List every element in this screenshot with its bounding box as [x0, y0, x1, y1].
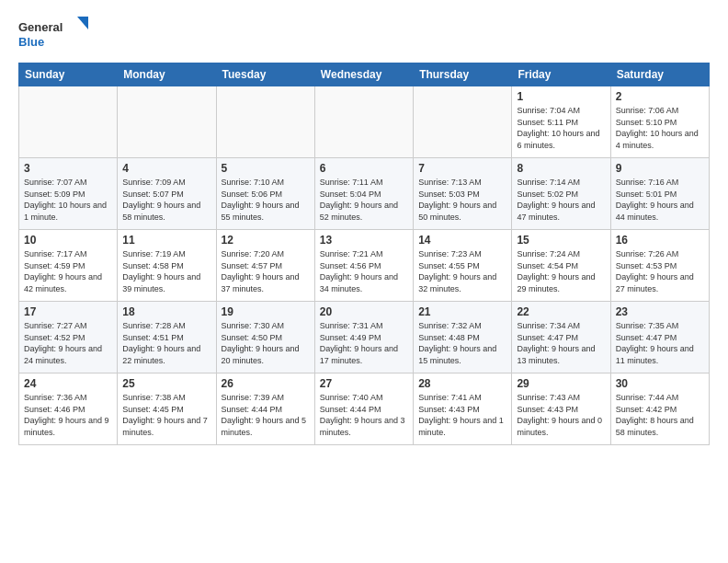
day-info: Sunrise: 7:38 AM Sunset: 4:45 PM Dayligh… — [122, 392, 210, 438]
day-info: Sunrise: 7:13 AM Sunset: 5:03 PM Dayligh… — [418, 177, 506, 223]
calendar-cell — [118, 86, 216, 158]
calendar-cell: 11Sunrise: 7:19 AM Sunset: 4:58 PM Dayli… — [118, 230, 216, 302]
calendar-cell: 30Sunrise: 7:44 AM Sunset: 4:42 PM Dayli… — [610, 373, 709, 445]
day-number: 23 — [616, 305, 704, 318]
day-number: 14 — [418, 234, 506, 247]
day-number: 17 — [24, 305, 112, 318]
day-number: 20 — [320, 305, 408, 318]
weekday-header-tuesday: Tuesday — [216, 63, 314, 86]
day-info: Sunrise: 7:07 AM Sunset: 5:09 PM Dayligh… — [24, 177, 112, 223]
day-number: 7 — [418, 162, 506, 175]
calendar-cell: 25Sunrise: 7:38 AM Sunset: 4:45 PM Dayli… — [118, 373, 216, 445]
calendar-cell: 17Sunrise: 7:27 AM Sunset: 4:52 PM Dayli… — [19, 302, 118, 373]
day-number: 18 — [122, 305, 210, 318]
logo: General Blue — [18, 15, 92, 55]
day-info: Sunrise: 7:43 AM Sunset: 4:43 PM Dayligh… — [517, 392, 605, 438]
day-number: 24 — [24, 377, 112, 390]
svg-text:Blue: Blue — [18, 35, 44, 49]
day-info: Sunrise: 7:04 AM Sunset: 5:11 PM Dayligh… — [517, 105, 605, 151]
day-number: 26 — [222, 377, 310, 390]
calendar-cell: 28Sunrise: 7:41 AM Sunset: 4:43 PM Dayli… — [414, 373, 512, 445]
day-info: Sunrise: 7:14 AM Sunset: 5:02 PM Dayligh… — [517, 177, 605, 223]
day-info: Sunrise: 7:23 AM Sunset: 4:55 PM Dayligh… — [418, 248, 506, 294]
calendar-row-2: 3Sunrise: 7:07 AM Sunset: 5:09 PM Daylig… — [19, 158, 710, 230]
day-number: 13 — [320, 234, 408, 247]
day-info: Sunrise: 7:35 AM Sunset: 4:47 PM Dayligh… — [616, 320, 704, 366]
day-info: Sunrise: 7:40 AM Sunset: 4:44 PM Dayligh… — [320, 392, 408, 438]
day-number: 16 — [616, 234, 704, 247]
day-info: Sunrise: 7:11 AM Sunset: 5:04 PM Dayligh… — [320, 177, 408, 223]
calendar-cell: 14Sunrise: 7:23 AM Sunset: 4:55 PM Dayli… — [414, 230, 512, 302]
day-number: 10 — [24, 234, 112, 247]
day-info: Sunrise: 7:06 AM Sunset: 5:10 PM Dayligh… — [616, 105, 704, 151]
weekday-header-sunday: Sunday — [19, 63, 118, 86]
day-info: Sunrise: 7:17 AM Sunset: 4:59 PM Dayligh… — [24, 248, 112, 294]
calendar-cell: 5Sunrise: 7:10 AM Sunset: 5:06 PM Daylig… — [216, 158, 314, 230]
calendar-cell: 19Sunrise: 7:30 AM Sunset: 4:50 PM Dayli… — [216, 302, 314, 373]
calendar-cell: 26Sunrise: 7:39 AM Sunset: 4:44 PM Dayli… — [216, 373, 314, 445]
calendar-cell — [19, 86, 118, 158]
day-number: 5 — [222, 162, 310, 175]
day-info: Sunrise: 7:31 AM Sunset: 4:49 PM Dayligh… — [320, 320, 408, 366]
day-info: Sunrise: 7:27 AM Sunset: 4:52 PM Dayligh… — [24, 320, 112, 366]
weekday-header-wednesday: Wednesday — [314, 63, 413, 86]
day-info: Sunrise: 7:44 AM Sunset: 4:42 PM Dayligh… — [616, 392, 704, 438]
svg-marker-2 — [77, 17, 88, 29]
day-number: 25 — [122, 377, 210, 390]
day-number: 15 — [517, 234, 605, 247]
calendar-cell: 9Sunrise: 7:16 AM Sunset: 5:01 PM Daylig… — [610, 158, 709, 230]
calendar-cell: 23Sunrise: 7:35 AM Sunset: 4:47 PM Dayli… — [610, 302, 709, 373]
day-info: Sunrise: 7:10 AM Sunset: 5:06 PM Dayligh… — [222, 177, 310, 223]
calendar-cell: 15Sunrise: 7:24 AM Sunset: 4:54 PM Dayli… — [512, 230, 610, 302]
day-info: Sunrise: 7:20 AM Sunset: 4:57 PM Dayligh… — [222, 248, 310, 294]
calendar-row-4: 17Sunrise: 7:27 AM Sunset: 4:52 PM Dayli… — [19, 302, 710, 373]
day-number: 11 — [122, 234, 210, 247]
weekday-header-saturday: Saturday — [610, 63, 709, 86]
calendar-cell: 4Sunrise: 7:09 AM Sunset: 5:07 PM Daylig… — [118, 158, 216, 230]
day-number: 9 — [616, 162, 704, 175]
calendar-cell: 20Sunrise: 7:31 AM Sunset: 4:49 PM Dayli… — [314, 302, 413, 373]
calendar-row-1: 1Sunrise: 7:04 AM Sunset: 5:11 PM Daylig… — [19, 86, 710, 158]
header: General Blue — [18, 15, 710, 55]
day-number: 8 — [517, 162, 605, 175]
day-number: 4 — [122, 162, 210, 175]
calendar-cell: 18Sunrise: 7:28 AM Sunset: 4:51 PM Dayli… — [118, 302, 216, 373]
day-info: Sunrise: 7:36 AM Sunset: 4:46 PM Dayligh… — [24, 392, 112, 438]
calendar-table: SundayMondayTuesdayWednesdayThursdayFrid… — [18, 63, 710, 445]
day-info: Sunrise: 7:16 AM Sunset: 5:01 PM Dayligh… — [616, 177, 704, 223]
calendar-cell: 21Sunrise: 7:32 AM Sunset: 4:48 PM Dayli… — [414, 302, 512, 373]
calendar-cell: 6Sunrise: 7:11 AM Sunset: 5:04 PM Daylig… — [314, 158, 413, 230]
calendar-cell: 29Sunrise: 7:43 AM Sunset: 4:43 PM Dayli… — [512, 373, 610, 445]
calendar-cell — [314, 86, 413, 158]
calendar-cell: 2Sunrise: 7:06 AM Sunset: 5:10 PM Daylig… — [610, 86, 709, 158]
day-info: Sunrise: 7:30 AM Sunset: 4:50 PM Dayligh… — [222, 320, 310, 366]
weekday-header-monday: Monday — [118, 63, 216, 86]
calendar-cell: 1Sunrise: 7:04 AM Sunset: 5:11 PM Daylig… — [512, 86, 610, 158]
svg-text:General: General — [18, 20, 63, 34]
calendar-cell: 7Sunrise: 7:13 AM Sunset: 5:03 PM Daylig… — [414, 158, 512, 230]
calendar-cell: 12Sunrise: 7:20 AM Sunset: 4:57 PM Dayli… — [216, 230, 314, 302]
day-number: 6 — [320, 162, 408, 175]
weekday-header-thursday: Thursday — [414, 63, 512, 86]
day-number: 1 — [517, 90, 605, 103]
calendar-cell: 10Sunrise: 7:17 AM Sunset: 4:59 PM Dayli… — [19, 230, 118, 302]
day-info: Sunrise: 7:21 AM Sunset: 4:56 PM Dayligh… — [320, 248, 408, 294]
calendar-cell — [216, 86, 314, 158]
day-number: 29 — [517, 377, 605, 390]
calendar-cell: 22Sunrise: 7:34 AM Sunset: 4:47 PM Dayli… — [512, 302, 610, 373]
calendar-cell: 16Sunrise: 7:26 AM Sunset: 4:53 PM Dayli… — [610, 230, 709, 302]
day-number: 27 — [320, 377, 408, 390]
day-info: Sunrise: 7:39 AM Sunset: 4:44 PM Dayligh… — [222, 392, 310, 438]
day-number: 12 — [222, 234, 310, 247]
calendar-cell: 27Sunrise: 7:40 AM Sunset: 4:44 PM Dayli… — [314, 373, 413, 445]
weekday-header-friday: Friday — [512, 63, 610, 86]
calendar-cell: 8Sunrise: 7:14 AM Sunset: 5:02 PM Daylig… — [512, 158, 610, 230]
calendar-row-3: 10Sunrise: 7:17 AM Sunset: 4:59 PM Dayli… — [19, 230, 710, 302]
day-number: 21 — [418, 305, 506, 318]
weekday-header-row: SundayMondayTuesdayWednesdayThursdayFrid… — [19, 63, 710, 86]
day-info: Sunrise: 7:26 AM Sunset: 4:53 PM Dayligh… — [616, 248, 704, 294]
day-number: 28 — [418, 377, 506, 390]
calendar-cell: 24Sunrise: 7:36 AM Sunset: 4:46 PM Dayli… — [19, 373, 118, 445]
logo-svg: General Blue — [18, 15, 92, 55]
day-info: Sunrise: 7:19 AM Sunset: 4:58 PM Dayligh… — [122, 248, 210, 294]
